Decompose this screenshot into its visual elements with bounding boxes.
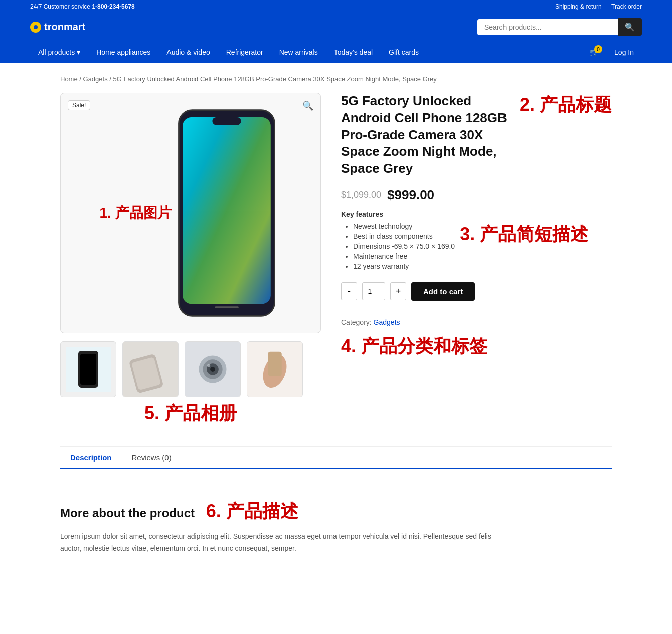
nav-right: 🛒 0 Log In (586, 41, 642, 63)
key-features-label: Key features (341, 210, 612, 218)
product-images: Sale! 🔍 1. 产品图片 (60, 93, 321, 426)
quantity-input[interactable] (362, 282, 385, 300)
svg-rect-20 (268, 352, 282, 376)
breadcrumb: Home / Gadgets / 5G Factory Unlocked And… (60, 75, 612, 83)
annotation-4: 4. 产品分类和标签 (341, 334, 612, 359)
logo-icon (30, 22, 41, 33)
feature-item-4: Maintenance free (353, 252, 455, 260)
quantity-plus-button[interactable]: + (390, 282, 406, 300)
sale-badge: Sale! (68, 100, 90, 110)
annotation-2: 2. 产品标题 (520, 93, 612, 117)
new-price: $999.00 (387, 187, 434, 203)
track-order-link[interactable]: Track order (611, 3, 642, 10)
svg-rect-3 (212, 117, 241, 125)
phone-illustration (172, 108, 282, 318)
price-wrap: $1,099.00 $999.00 (341, 187, 612, 203)
main-content: Home / Gadgets / 5G Factory Unlocked And… (30, 63, 642, 597)
customer-service-text: 24/7 Customer service 1-800-234-5678 (30, 3, 135, 10)
header: tronmart 🔍 (0, 13, 672, 41)
main-product-image: Sale! 🔍 1. 产品图片 (60, 93, 321, 333)
cart-badge: 0 (594, 45, 602, 53)
category-row: Category: Gadgets (341, 311, 612, 326)
nav-item-refrigerator[interactable]: Refrigerator (218, 41, 271, 63)
search-bar: 🔍 (477, 18, 642, 36)
description-title: More about the product 6. 产品描述 (60, 499, 612, 524)
chevron-down-icon: ▾ (77, 48, 80, 56)
search-input[interactable] (477, 19, 618, 35)
description-section: More about the product 6. 产品描述 Lorem ips… (60, 484, 612, 585)
old-price: $1,099.00 (341, 190, 381, 200)
tabs-section: Description Reviews (0) (60, 446, 612, 469)
svg-point-16 (210, 367, 215, 372)
tab-list: Description Reviews (0) (60, 447, 612, 469)
nav-item-all-products[interactable]: All products ▾ (30, 41, 88, 63)
thumbnail-4[interactable] (247, 341, 303, 397)
feature-item-1: Newest technology (353, 222, 455, 230)
nav-item-gift-cards[interactable]: Gift cards (381, 41, 427, 63)
cart-icon[interactable]: 🛒 0 (586, 41, 602, 63)
thumbnail-2[interactable] (122, 341, 179, 397)
thumbnail-1[interactable] (60, 341, 116, 397)
feature-item-3: Dimensions -69.5 × 75.0 × 169.0 (353, 242, 455, 250)
thumbnail-row (60, 341, 321, 397)
svg-point-17 (207, 364, 210, 367)
svg-rect-7 (80, 354, 96, 385)
svg-rect-2 (183, 117, 271, 304)
nav-item-new-arrivals[interactable]: New arrivals (271, 41, 326, 63)
top-bar-links: Shipping & return Track order (547, 3, 642, 10)
product-title: 5G Factory Unlocked Android Cell Phone 1… (341, 93, 515, 177)
navigation: All products ▾ Home appliances Audio & v… (0, 41, 672, 63)
product-layout: Sale! 🔍 1. 产品图片 (60, 93, 612, 426)
feature-item-2: Best in class components (353, 232, 455, 240)
category-label: Category: (341, 318, 372, 326)
annotation-1: 1. 产品图片 (99, 203, 171, 223)
tab-reviews[interactable]: Reviews (0) (122, 447, 182, 468)
shipping-return-link[interactable]: Shipping & return (555, 3, 602, 10)
quantity-row: - + Add to cart (341, 282, 612, 301)
top-bar: 24/7 Customer service 1-800-234-5678 Shi… (0, 0, 672, 13)
category-value-link[interactable]: Gadgets (374, 318, 400, 326)
add-to-cart-button[interactable]: Add to cart (411, 282, 475, 301)
product-info: 5G Factory Unlocked Android Cell Phone 1… (341, 93, 612, 426)
logo-text: tronmart (44, 21, 85, 33)
annotation-5: 5. 产品相册 (60, 401, 321, 426)
logo[interactable]: tronmart (30, 21, 85, 33)
search-button[interactable]: 🔍 (618, 18, 642, 36)
login-link[interactable]: Log In (606, 41, 642, 63)
quantity-minus-button[interactable]: - (341, 282, 357, 300)
feature-item-5: 12 years warranty (353, 262, 455, 270)
zoom-icon[interactable]: 🔍 (302, 100, 313, 111)
description-text: Lorem ipsum dolor sit amet, consectetur … (60, 531, 512, 555)
breadcrumb-home[interactable]: Home (60, 75, 78, 83)
nav-item-todays-deal[interactable]: Today's deal (326, 41, 381, 63)
annotation-3: 3. 产品简短描述 (460, 222, 588, 247)
nav-item-audio-video[interactable]: Audio & video (158, 41, 218, 63)
feature-list: Newest technology Best in class componen… (341, 222, 455, 272)
tab-description[interactable]: Description (60, 447, 122, 469)
breadcrumb-gadgets[interactable]: Gadgets (83, 75, 108, 83)
svg-rect-4 (215, 306, 239, 308)
nav-item-home-appliances[interactable]: Home appliances (88, 41, 158, 63)
breadcrumb-current: 5G Factory Unlocked Android Cell Phone 1… (113, 75, 437, 83)
annotation-6: 6. 产品描述 (206, 501, 298, 521)
thumbnail-3[interactable] (185, 341, 241, 397)
